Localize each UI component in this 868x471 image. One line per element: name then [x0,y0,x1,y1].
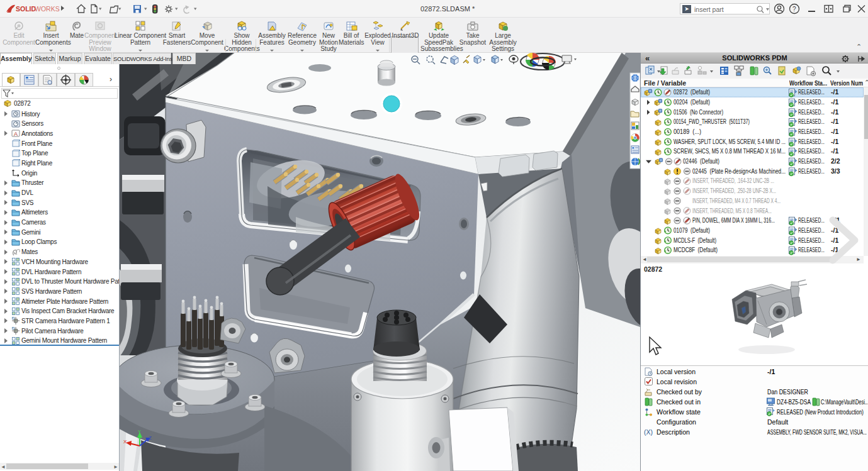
svg-text:2/2: 2/2 [831,157,840,165]
svg-text:Version Num: Version Num [830,79,863,87]
svg-text:RELEASED...: RELEASED... [798,147,825,155]
svg-text:3/3: 3/3 [831,167,840,175]
svg-text:Local revision: Local revision [657,378,697,385]
svg-text:X: X [123,439,127,445]
svg-text:-/1: -/1 [831,128,838,135]
svg-text:RELEASED...: RELEASED... [798,236,825,244]
svg-text:01079 (Default): 01079 (Default) [674,226,710,234]
svg-text:A: A [14,131,18,137]
svg-text:ASSEMBLY, FWD SENSOR SUITE, MK: ASSEMBLY, FWD SENSOR SUITE, MK2, VISUA..… [767,428,867,436]
svg-text:MCDC8F (Default): MCDC8F (Default) [674,246,718,253]
svg-text:Checked out in: Checked out in [657,398,701,406]
svg-text:RELEASED...: RELEASED... [798,216,825,224]
svg-text:INSERT, THREADED, .164-32 UNC-: INSERT, THREADED, .164-32 UNC-2B ... [692,177,774,184]
svg-text:00154_FWD_THRUSTER (5011T37): 00154_FWD_THRUSTER (5011T37) [674,118,750,125]
svg-text:Y: Y [138,429,141,434]
svg-text:02446 (Default): 02446 (Default) [683,157,719,165]
svg-text:02445 (Plate Re-design<As Mac: 02445 (Plate Re-design<As Machined... [692,167,786,175]
svg-text:-/1: -/1 [831,138,838,145]
svg-text:Dan DESIGNER: Dan DESIGNER [767,388,808,396]
svg-text:Workflow Sta...: Workflow Sta... [789,79,827,87]
svg-text:Default: Default [767,418,788,426]
svg-text:Local version: Local version [657,368,696,375]
svg-text:MCDLS-F (Default): MCDLS-F (Default) [674,236,716,244]
svg-text:INSERT, THREADED, M5 X 0.8 THR: INSERT, THREADED, M5 X 0.8 THREA... [692,207,772,214]
svg-text:-/1: -/1 [831,118,838,125]
svg-text:00204 (Default): 00204 (Default) [674,98,710,106]
svg-text:INSERT, THREADED, M4 X 0.7 THR: INSERT, THREADED, M4 X 0.7 THREAD X 4... [692,197,781,204]
svg-text:00189 (...): 00189 (...) [674,128,701,135]
svg-text:?: ? [792,6,796,13]
svg-text:Configuration: Configuration [657,418,696,426]
svg-text:-/1: -/1 [831,98,838,106]
svg-text:SCREW, SHCS, M5 X 0.8 MM THREA: SCREW, SHCS, M5 X 0.8 MM THREAD X 16 M..… [674,147,786,155]
svg-text:DZ4-BZ5-DSA: DZ4-BZ5-DSA [777,398,811,406]
svg-text:RELEASED...: RELEASED... [798,118,825,125]
svg-text:RELEASED...: RELEASED... [798,98,825,106]
svg-text:RELEASED...: RELEASED... [798,88,825,96]
svg-text:RELEASED (New Product Introduc: RELEASED (New Product Introduction) [777,408,864,416]
svg-text:RELEASED...: RELEASED... [798,138,825,145]
svg-text:WASHER, SPLIT LOCK, M5 SCREW,: WASHER, SPLIT LOCK, M5 SCREW, 5.4 MM ID … [674,138,786,145]
svg-text:-/1: -/1 [831,147,838,155]
svg-text:-/1: -/1 [831,108,838,116]
svg-text:02872 (Default): 02872 (Default) [674,88,710,96]
svg-text:RELEASED...: RELEASED... [798,246,825,253]
svg-text:Z: Z [149,435,152,441]
svg-text:RELEASED...: RELEASED... [798,157,825,165]
svg-text:RELEASED...: RELEASED... [798,108,825,116]
svg-text:Description: Description [657,428,690,436]
svg-text:PIN, DOWEL, 6MM DIA X 16MM L,: PIN, DOWEL, 6MM DIA X 16MM L, 316... [692,216,775,224]
svg-text:RELEASED...: RELEASED... [798,167,825,175]
svg-text:01506 (No Connector): 01506 (No Connector) [674,108,723,116]
svg-text:INSERT, THREADED, .250-28 UNF-: INSERT, THREADED, .250-28 UNF-2B X... [692,187,776,194]
svg-text:WORKS: WORKS [35,5,60,13]
svg-text:-/1: -/1 [767,368,775,375]
svg-text:SOLID: SOLID [16,5,37,13]
svg-text:(X): (X) [644,428,653,436]
svg-text:RELEASED...: RELEASED... [798,128,825,135]
svg-text:Workflow state: Workflow state [657,408,701,416]
svg-text:RELEASED...: RELEASED... [798,226,825,234]
svg-text:C:\ManageVault\Desi...: C:\ManageVault\Desi... [821,398,868,406]
svg-text:Checked out by: Checked out by [657,388,702,396]
svg-text:-/1: -/1 [831,88,838,96]
